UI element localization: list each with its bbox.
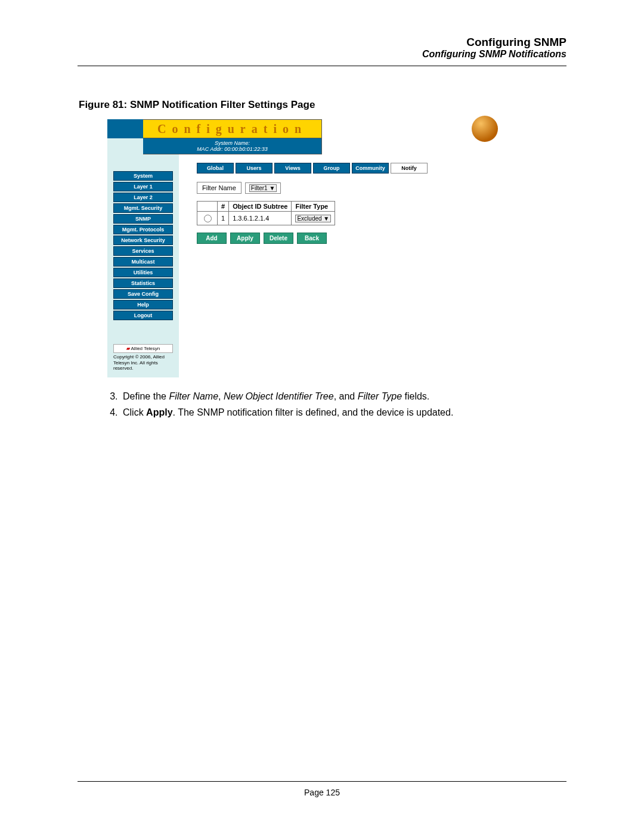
system-name-label: System Name: — [143, 140, 321, 146]
figure-caption: Figure 81: SNMP Notification Filter Sett… — [78, 99, 566, 111]
instruction-list: Define the Filter Name, New Object Ident… — [78, 389, 566, 420]
filter-table: # Object ID Subtree Filter Type 1 1.3.6.… — [197, 201, 335, 225]
row-num: 1 — [218, 212, 229, 225]
tab-group[interactable]: Group — [313, 163, 350, 174]
allied-telesyn-logo: ▰ Allied Telesyn — [113, 344, 173, 353]
sidebar-copyright: Copyright © 2006, Allied Telesyn Inc. Al… — [113, 353, 173, 371]
page-number: Page 125 — [0, 788, 644, 797]
sidebar-item-save-config[interactable]: Save Config — [113, 289, 173, 299]
add-button[interactable]: Add — [197, 233, 227, 244]
filter-type-select[interactable]: Excluded ▼ — [295, 215, 331, 222]
tab-global[interactable]: Global — [197, 163, 234, 174]
main-panel: Global Users Views Group Community Notif… — [179, 154, 504, 377]
banner-left — [107, 119, 143, 138]
sidebar-item-snmp[interactable]: SNMP — [113, 214, 173, 224]
screenshot-figure: Configuration System Name: MAC Addr: 00:… — [107, 119, 504, 377]
sidebar-item-mgmt-protocols[interactable]: Mgmt. Protocols — [113, 225, 173, 234]
sidebar-item-system[interactable]: System — [113, 171, 173, 181]
tab-views[interactable]: Views — [274, 163, 311, 174]
sidebar-item-statistics[interactable]: Statistics — [113, 278, 173, 288]
sidebar-item-services[interactable]: Services — [113, 246, 173, 256]
row-radio[interactable] — [204, 215, 212, 222]
col-radio — [197, 202, 218, 212]
step-4: Click Apply. The SNMP notification filte… — [120, 405, 566, 420]
tab-bar: Global Users Views Group Community Notif… — [197, 163, 504, 174]
apply-button[interactable]: Apply — [230, 233, 260, 244]
banner-title-bar: Configuration — [143, 119, 322, 138]
tab-community[interactable]: Community — [352, 163, 389, 174]
globe-icon — [472, 116, 498, 142]
mac-addr-label: MAC Addr: 00:00:b0:01:22:33 — [143, 146, 321, 152]
header-title: Configuring SNMP — [78, 36, 566, 49]
filter-name-label: Filter Name — [197, 182, 242, 194]
filter-name-select[interactable]: Filter1 ▼ — [249, 184, 277, 192]
tab-notify[interactable]: Notify — [391, 163, 428, 174]
row-oid: 1.3.6.1.2.1.4 — [229, 212, 292, 225]
sidebar-item-mgmt-security[interactable]: Mgmt. Security — [113, 203, 173, 213]
col-oid: Object ID Subtree — [229, 202, 292, 212]
col-filter-type: Filter Type — [292, 202, 335, 212]
sidebar-item-utilities[interactable]: Utilities — [113, 268, 173, 277]
banner-title: Configuration — [157, 122, 307, 136]
sidebar-item-network-security[interactable]: Network Security — [113, 236, 173, 245]
col-num: # — [218, 202, 229, 212]
sidebar-item-layer2[interactable]: Layer 2 — [113, 193, 173, 202]
table-row: 1 1.3.6.1.2.1.4 Excluded ▼ — [197, 212, 335, 225]
sidebar-item-help[interactable]: Help — [113, 300, 173, 309]
tab-users[interactable]: Users — [236, 163, 273, 174]
sidebar-item-layer1[interactable]: Layer 1 — [113, 182, 173, 191]
step-3: Define the Filter Name, New Object Ident… — [120, 389, 566, 404]
system-info-bar: System Name: MAC Addr: 00:00:b0:01:22:33 — [143, 138, 322, 154]
sidebar: System Layer 1 Layer 2 Mgmt. Security SN… — [107, 154, 179, 377]
header-subtitle: Configuring SNMP Notifications — [78, 49, 566, 60]
sidebar-item-logout[interactable]: Logout — [113, 311, 173, 320]
sidebar-item-multicast[interactable]: Multicast — [113, 257, 173, 267]
header-rule — [78, 66, 566, 66]
delete-button[interactable]: Delete — [264, 233, 293, 244]
back-button[interactable]: Back — [297, 233, 327, 244]
banner-right — [322, 119, 504, 138]
footer-rule — [78, 781, 566, 782]
